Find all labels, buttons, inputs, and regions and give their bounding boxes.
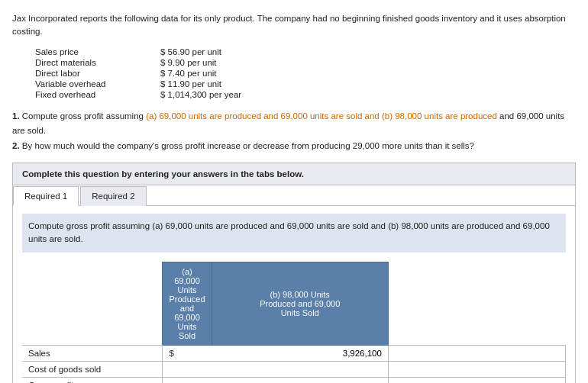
empty-header-cell xyxy=(22,262,163,345)
tab1-label: Required 1 xyxy=(24,192,67,201)
tab-content-area: Compute gross profit assuming (a) 69,000… xyxy=(13,206,575,383)
product-data-table: Sales price$ 56.90 per unitDirect materi… xyxy=(31,47,576,100)
col-b-header: (b) 98,000 Units Produced and 69,000 Uni… xyxy=(212,262,388,345)
product-data-row: Sales price$ 56.90 per unit xyxy=(31,47,246,57)
product-data-row: Direct labor$ 7.40 per unit xyxy=(31,68,246,79)
q2-text: By how much would the company's gross pr… xyxy=(22,141,474,150)
tab-required-1[interactable]: Required 1 xyxy=(13,186,79,206)
product-label: Sales price xyxy=(31,47,137,57)
product-value: $ 11.90 per unit xyxy=(137,79,246,89)
row-label: Gross profit xyxy=(22,377,163,383)
product-data-row: Variable overhead$ 11.90 per unit xyxy=(31,79,246,89)
row-label: Cost of goods sold xyxy=(22,361,163,377)
value-a[interactable] xyxy=(163,377,388,383)
tab2-label: Required 2 xyxy=(92,192,134,201)
product-value: $ 56.90 per unit xyxy=(137,47,246,57)
dollar-sign-a: $ xyxy=(163,345,212,361)
product-value: $ 1,014,300 per year xyxy=(137,89,246,100)
tab-description: Compute gross profit assuming (a) 69,000… xyxy=(22,214,566,253)
q1-text: Compute gross profit assuming xyxy=(22,111,144,121)
col-a-header: (a) 69,000 Units Produced and 69,000 Uni… xyxy=(163,262,212,345)
product-label: Fixed overhead xyxy=(31,89,137,100)
product-data-row: Fixed overhead$ 1,014,300 per year xyxy=(31,89,246,100)
q1-part-a: (a) 69,000 units are produced and 69,000… xyxy=(146,111,380,121)
value-a[interactable] xyxy=(163,361,388,377)
product-data-row: Direct materials$ 9.90 per unit xyxy=(31,57,246,68)
q2-label: 2. xyxy=(12,141,20,150)
tabs-container: Required 1 Required 2 Compute gross prof… xyxy=(12,185,576,383)
product-value: $ 9.90 per unit xyxy=(137,57,246,68)
value-b[interactable] xyxy=(388,361,565,377)
instruction-box: Complete this question by entering your … xyxy=(12,163,576,185)
table-row: Sales$ xyxy=(22,345,566,361)
tabs-header: Required 1 Required 2 xyxy=(13,185,575,206)
value-a[interactable] xyxy=(212,345,388,361)
intro-paragraph: Jax Incorporated reports the following d… xyxy=(12,12,576,39)
tab-required-2[interactable]: Required 2 xyxy=(80,186,146,206)
product-label: Variable overhead xyxy=(31,79,137,89)
table-row: Cost of goods sold xyxy=(22,361,566,377)
product-value: $ 7.40 per unit xyxy=(137,68,246,79)
value-b[interactable] xyxy=(388,345,565,361)
q1-label: 1. xyxy=(12,111,20,121)
q1-part-b: (b) 98,000 units are produced xyxy=(382,111,497,121)
value-b[interactable] xyxy=(388,377,565,383)
main-data-table: (a) 69,000 Units Produced and 69,000 Uni… xyxy=(22,262,566,383)
product-label: Direct labor xyxy=(31,68,137,79)
questions-section: 1. Compute gross profit assuming (a) 69,… xyxy=(12,109,576,154)
product-label: Direct materials xyxy=(31,57,137,68)
instruction-text: Complete this question by entering your … xyxy=(22,169,304,179)
tab-description-text: Compute gross profit assuming (a) 69,000… xyxy=(28,221,550,243)
table-row: Gross profit xyxy=(22,377,566,383)
row-label: Sales xyxy=(22,345,163,361)
